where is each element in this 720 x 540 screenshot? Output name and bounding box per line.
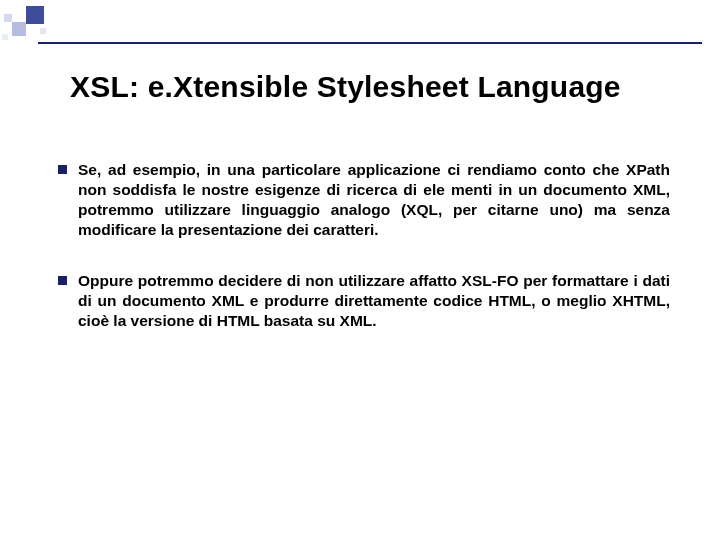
square-bullet-icon — [58, 276, 78, 331]
bullet-text: Se, ad esempio, in una particolare appli… — [78, 160, 670, 241]
slide-title: XSL: e.Xtensible Stylesheet Language — [70, 70, 680, 104]
slide: XSL: e.Xtensible Stylesheet Language Se,… — [0, 0, 720, 540]
slide-body: Se, ad esempio, in una particolare appli… — [58, 160, 670, 361]
horizontal-rule — [38, 42, 702, 44]
bullet-text: Oppure potremmo decidere di non utilizza… — [78, 271, 670, 331]
bullet-item: Oppure potremmo decidere di non utilizza… — [58, 271, 670, 331]
corner-decoration-icon — [0, 0, 56, 38]
square-bullet-icon — [58, 165, 78, 241]
bullet-item: Se, ad esempio, in una particolare appli… — [58, 160, 670, 241]
